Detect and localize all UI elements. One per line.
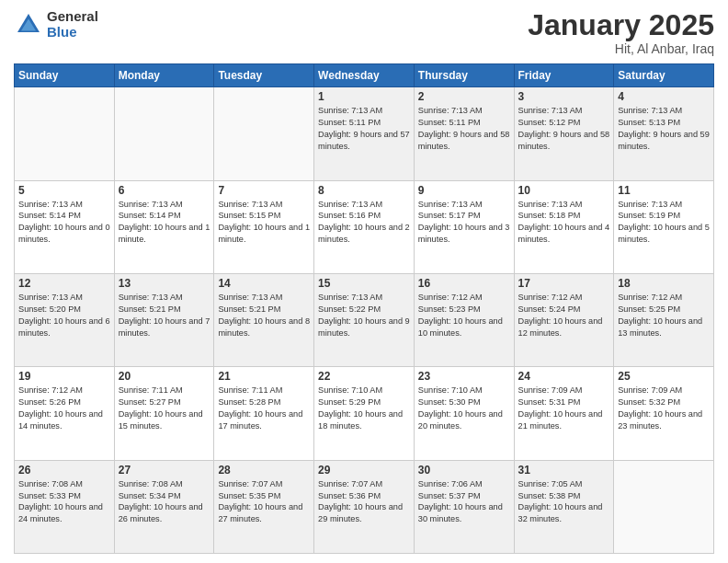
calendar-cell: 5Sunrise: 7:13 AMSunset: 5:14 PMDaylight…	[15, 180, 115, 273]
day-number: 21	[218, 370, 310, 383]
cell-text: Sunrise: 7:13 AMSunset: 5:13 PMDaylight:…	[618, 105, 710, 153]
calendar-cell: 31Sunrise: 7:05 AMSunset: 5:38 PMDayligh…	[514, 460, 614, 553]
cell-text: Sunrise: 7:09 AMSunset: 5:32 PMDaylight:…	[618, 385, 710, 432]
logo-icon	[14, 10, 43, 40]
day-number: 7	[218, 184, 310, 197]
calendar-cell	[114, 87, 214, 180]
calendar-cell: 6Sunrise: 7:13 AMSunset: 5:14 PMDaylight…	[114, 180, 214, 273]
calendar-cell: 7Sunrise: 7:13 AMSunset: 5:15 PMDaylight…	[214, 180, 314, 273]
cell-text: Sunrise: 7:13 AMSunset: 5:20 PMDaylight:…	[18, 292, 110, 339]
calendar-cell: 28Sunrise: 7:07 AMSunset: 5:35 PMDayligh…	[214, 460, 314, 553]
calendar-week-row: 26Sunrise: 7:08 AMSunset: 5:33 PMDayligh…	[15, 460, 714, 553]
calendar-cell: 3Sunrise: 7:13 AMSunset: 5:12 PMDaylight…	[514, 87, 614, 180]
day-number: 22	[318, 370, 410, 383]
cell-text: Sunrise: 7:12 AMSunset: 5:25 PMDaylight:…	[618, 292, 710, 339]
calendar-cell: 23Sunrise: 7:10 AMSunset: 5:30 PMDayligh…	[414, 367, 514, 460]
calendar-cell: 18Sunrise: 7:12 AMSunset: 5:25 PMDayligh…	[614, 273, 714, 366]
calendar-cell: 1Sunrise: 7:13 AMSunset: 5:11 PMDaylight…	[314, 87, 415, 180]
calendar-day-header: Thursday	[414, 64, 514, 87]
calendar-cell: 15Sunrise: 7:13 AMSunset: 5:22 PMDayligh…	[314, 273, 415, 366]
cell-text: Sunrise: 7:13 AMSunset: 5:18 PMDaylight:…	[518, 199, 610, 247]
cell-text: Sunrise: 7:13 AMSunset: 5:15 PMDaylight:…	[218, 199, 310, 247]
calendar-cell: 24Sunrise: 7:09 AMSunset: 5:31 PMDayligh…	[514, 367, 614, 460]
logo-blue: Blue	[47, 25, 98, 40]
calendar-day-header: Tuesday	[214, 64, 314, 87]
cell-text: Sunrise: 7:13 AMSunset: 5:11 PMDaylight:…	[418, 105, 510, 153]
calendar-cell: 4Sunrise: 7:13 AMSunset: 5:13 PMDaylight…	[614, 87, 714, 180]
day-number: 10	[518, 184, 610, 197]
calendar-cell: 9Sunrise: 7:13 AMSunset: 5:17 PMDaylight…	[414, 180, 514, 273]
cell-text: Sunrise: 7:13 AMSunset: 5:22 PMDaylight:…	[318, 292, 410, 339]
calendar-cell: 12Sunrise: 7:13 AMSunset: 5:20 PMDayligh…	[15, 273, 115, 366]
logo-text: General Blue	[47, 9, 98, 40]
calendar-cell: 21Sunrise: 7:11 AMSunset: 5:28 PMDayligh…	[214, 367, 314, 460]
day-number: 30	[418, 464, 510, 477]
cell-text: Sunrise: 7:10 AMSunset: 5:29 PMDaylight:…	[318, 385, 410, 432]
header: General Blue January 2025 Hit, Al Anbar,…	[14, 9, 714, 56]
calendar-cell	[15, 87, 115, 180]
calendar-cell	[614, 460, 714, 553]
calendar-cell: 13Sunrise: 7:13 AMSunset: 5:21 PMDayligh…	[114, 273, 214, 366]
calendar-cell: 27Sunrise: 7:08 AMSunset: 5:34 PMDayligh…	[114, 460, 214, 553]
calendar-day-header: Wednesday	[314, 64, 415, 87]
calendar-table: SundayMondayTuesdayWednesdayThursdayFrid…	[14, 63, 714, 554]
calendar-day-header: Friday	[514, 64, 614, 87]
day-number: 25	[618, 370, 710, 383]
cell-text: Sunrise: 7:07 AMSunset: 5:35 PMDaylight:…	[218, 478, 310, 526]
day-number: 18	[618, 277, 710, 290]
day-number: 27	[119, 464, 210, 477]
calendar-cell: 25Sunrise: 7:09 AMSunset: 5:32 PMDayligh…	[614, 367, 714, 460]
day-number: 29	[318, 464, 410, 477]
day-number: 5	[18, 184, 110, 197]
cell-text: Sunrise: 7:12 AMSunset: 5:26 PMDaylight:…	[18, 385, 110, 432]
cell-text: Sunrise: 7:12 AMSunset: 5:23 PMDaylight:…	[418, 292, 510, 339]
calendar-cell: 19Sunrise: 7:12 AMSunset: 5:26 PMDayligh…	[15, 367, 115, 460]
day-number: 28	[218, 464, 310, 477]
day-number: 14	[218, 277, 310, 290]
calendar-cell: 22Sunrise: 7:10 AMSunset: 5:29 PMDayligh…	[314, 367, 415, 460]
cell-text: Sunrise: 7:13 AMSunset: 5:12 PMDaylight:…	[518, 105, 610, 153]
calendar-cell: 20Sunrise: 7:11 AMSunset: 5:27 PMDayligh…	[114, 367, 214, 460]
day-number: 1	[318, 90, 410, 103]
day-number: 17	[518, 277, 610, 290]
cell-text: Sunrise: 7:05 AMSunset: 5:38 PMDaylight:…	[518, 478, 610, 526]
day-number: 26	[18, 464, 110, 477]
calendar-cell: 29Sunrise: 7:07 AMSunset: 5:36 PMDayligh…	[314, 460, 415, 553]
day-number: 11	[618, 184, 710, 197]
calendar-cell: 17Sunrise: 7:12 AMSunset: 5:24 PMDayligh…	[514, 273, 614, 366]
day-number: 24	[518, 370, 610, 383]
cell-text: Sunrise: 7:13 AMSunset: 5:21 PMDaylight:…	[218, 292, 310, 339]
calendar-day-header: Saturday	[614, 64, 714, 87]
location: Hit, Al Anbar, Iraq	[528, 41, 714, 56]
day-number: 13	[119, 277, 210, 290]
cell-text: Sunrise: 7:13 AMSunset: 5:14 PMDaylight:…	[119, 199, 210, 247]
day-number: 15	[318, 277, 410, 290]
day-number: 31	[518, 464, 610, 477]
cell-text: Sunrise: 7:10 AMSunset: 5:30 PMDaylight:…	[418, 385, 510, 432]
calendar-cell: 14Sunrise: 7:13 AMSunset: 5:21 PMDayligh…	[214, 273, 314, 366]
cell-text: Sunrise: 7:11 AMSunset: 5:27 PMDaylight:…	[119, 385, 210, 432]
title-block: January 2025 Hit, Al Anbar, Iraq	[528, 9, 714, 56]
calendar-cell: 2Sunrise: 7:13 AMSunset: 5:11 PMDaylight…	[414, 87, 514, 180]
calendar-cell: 8Sunrise: 7:13 AMSunset: 5:16 PMDaylight…	[314, 180, 415, 273]
cell-text: Sunrise: 7:13 AMSunset: 5:14 PMDaylight:…	[18, 199, 110, 247]
cell-text: Sunrise: 7:09 AMSunset: 5:31 PMDaylight:…	[518, 385, 610, 432]
cell-text: Sunrise: 7:13 AMSunset: 5:17 PMDaylight:…	[418, 199, 510, 247]
logo-general: General	[47, 9, 98, 25]
calendar-cell: 26Sunrise: 7:08 AMSunset: 5:33 PMDayligh…	[15, 460, 115, 553]
cell-text: Sunrise: 7:08 AMSunset: 5:33 PMDaylight:…	[18, 478, 110, 526]
day-number: 9	[418, 184, 510, 197]
calendar-day-header: Monday	[114, 64, 214, 87]
day-number: 2	[418, 90, 510, 103]
page: General Blue January 2025 Hit, Al Anbar,…	[0, 0, 728, 563]
day-number: 3	[518, 90, 610, 103]
cell-text: Sunrise: 7:11 AMSunset: 5:28 PMDaylight:…	[218, 385, 310, 432]
calendar-cell: 16Sunrise: 7:12 AMSunset: 5:23 PMDayligh…	[414, 273, 514, 366]
calendar-cell	[214, 87, 314, 180]
cell-text: Sunrise: 7:06 AMSunset: 5:37 PMDaylight:…	[418, 478, 510, 526]
day-number: 6	[119, 184, 210, 197]
cell-text: Sunrise: 7:13 AMSunset: 5:16 PMDaylight:…	[318, 199, 410, 247]
cell-text: Sunrise: 7:13 AMSunset: 5:19 PMDaylight:…	[618, 199, 710, 247]
day-number: 23	[418, 370, 510, 383]
calendar-week-row: 12Sunrise: 7:13 AMSunset: 5:20 PMDayligh…	[15, 273, 714, 366]
